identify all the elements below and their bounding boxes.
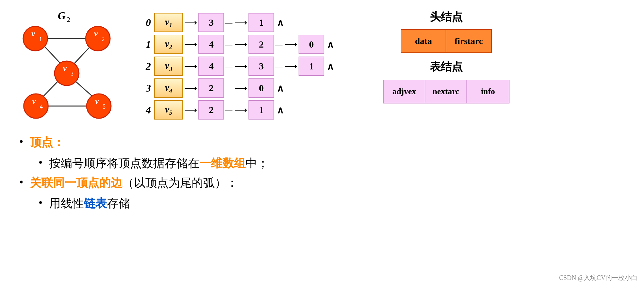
connector-0-0: —: [225, 18, 232, 27]
svg-point-13: [55, 61, 79, 85]
adj-list-section: 0 v1 ⟶ 3 — ⟶ 1 ∧ 1 v2: [141, 13, 360, 122]
svg-text:2: 2: [67, 15, 70, 23]
head-node-box: data firstarc: [401, 29, 492, 53]
head-data-cell: data: [401, 30, 446, 52]
adj-row-4: 4 v5 ⟶ 2 — ⟶ 1 ∧: [141, 100, 360, 120]
arrow-1-2: ⟶: [284, 39, 297, 50]
adj-info-cell: info: [467, 80, 509, 103]
bullet-sub-text-1a: 按编号顺序将顶点数据存储在: [49, 157, 199, 170]
node-pair-1-1: 2 —: [248, 35, 283, 54]
bullet-text-2b: （以顶点为尾的弧）：: [122, 176, 238, 189]
top-section: G 2 v 1 v 2 v: [13, 10, 631, 122]
node-val-0-1: 1: [248, 13, 274, 32]
graph-section: G 2 v 1 v 2 v: [13, 10, 122, 120]
arrow-2-2: ⟶: [284, 61, 297, 72]
adj-node-title: 表结点: [430, 59, 463, 74]
arrow-2-1: ⟶: [234, 61, 247, 72]
svg-text:3: 3: [71, 71, 74, 77]
legend-section: 头结点 data firstarc 表结点 adjvex nextarc inf…: [379, 10, 514, 103]
vertex-cell-1: v2: [154, 35, 183, 54]
bullet-sub-1: • 按编号顺序将顶点数据存储在一维数组中；: [39, 156, 631, 171]
svg-point-10: [86, 26, 110, 51]
vertex-cell-3: v4: [154, 78, 183, 98]
bullet-text-1: 顶点：: [30, 135, 65, 150]
vertex-cell-2: v3: [154, 57, 183, 76]
node-val-2-1: 3: [248, 57, 274, 76]
bullet-sub-text-1b: 中；: [246, 157, 269, 170]
adj-row-0: 0 v1 ⟶ 3 — ⟶ 1 ∧: [141, 13, 360, 32]
bullet-sub-text-2: 用线性链表存储: [49, 196, 130, 211]
svg-text:v: v: [31, 29, 35, 38]
node-pair-2-0: 4 —: [198, 57, 233, 76]
adj-index-2: 2: [141, 60, 151, 72]
node-val-2-0: 4: [198, 57, 224, 76]
node-val-4-0: 2: [198, 100, 224, 120]
connector-2-0: —: [225, 62, 232, 71]
node-pair-4-0: 2 —: [198, 100, 233, 120]
connector-1-1: —: [275, 40, 283, 49]
svg-text:1: 1: [39, 36, 42, 42]
node-val-4-1: 1: [248, 100, 274, 120]
arrow-1: ⟶: [184, 39, 197, 50]
bullet-main-1: • 顶点：: [19, 135, 631, 150]
adj-index-4: 4: [141, 104, 151, 116]
node-pair-1-2: 0: [299, 35, 326, 54]
bullet-sub-dot-1: •: [39, 156, 43, 170]
arrow-4-1: ⟶: [234, 105, 247, 115]
bullet-text-2: 关联同一顶点的边（以顶点为尾的弧）：: [30, 175, 238, 191]
node-pair-2-1: 3 —: [248, 57, 283, 76]
node-pair-4-1: 1: [248, 100, 275, 120]
node-val-1-1: 2: [248, 35, 274, 54]
bullet-sub-text-1: 按编号顺序将顶点数据存储在一维数组中；: [49, 156, 269, 171]
svg-text:2: 2: [102, 36, 105, 42]
head-firstarc-cell: firstarc: [446, 30, 491, 52]
connector-1-0: —: [225, 40, 232, 49]
connector-2-1: —: [275, 62, 283, 71]
main-container: G 2 v 1 v 2 v: [0, 0, 644, 286]
adj-row-3: 3 v4 ⟶ 2 — ⟶ 0 ∧: [141, 78, 360, 98]
node-pair-3-1: 0: [248, 78, 275, 98]
node-pair-3-0: 2 —: [198, 78, 233, 98]
bullet-sub-text-2b: 存储: [107, 197, 130, 210]
adj-index-0: 0: [141, 17, 151, 29]
arrow-4: ⟶: [184, 105, 197, 115]
node-val-3-0: 2: [198, 78, 224, 98]
arrow-2: ⟶: [184, 61, 197, 72]
head-node-title: 头结点: [430, 10, 463, 24]
connector-3-0: —: [225, 84, 232, 93]
arrow-3: ⟶: [184, 83, 197, 94]
bullet-main-2: • 关联同一顶点的边（以顶点为尾的弧）：: [19, 175, 631, 191]
null-0: ∧: [277, 17, 284, 28]
adj-row-1: 1 v2 ⟶ 4 — ⟶ 2 — ⟶ 0 ∧: [141, 35, 360, 54]
bullet-label-1: 顶点：: [30, 136, 65, 149]
node-pair-2-2: 1: [299, 57, 326, 76]
svg-point-16: [24, 94, 48, 118]
svg-point-7: [23, 26, 48, 51]
bullet-sub-dot-2: •: [39, 196, 43, 210]
vertex-cell-4: v5: [154, 100, 183, 120]
node-pair-0-0: 3 —: [198, 13, 233, 32]
bullet-dot-2: •: [19, 175, 23, 189]
adj-index-1: 1: [141, 39, 151, 50]
node-val-1-0: 4: [198, 35, 224, 54]
adj-nextarc-cell: nextarc: [425, 80, 467, 103]
svg-point-19: [87, 94, 111, 118]
adj-row-2: 2 v3 ⟶ 4 — ⟶ 3 — ⟶ 1 ∧: [141, 57, 360, 76]
watermark: CSDN @入坑CV的一枚小白: [559, 273, 638, 282]
svg-text:v: v: [94, 29, 98, 38]
svg-text:4: 4: [40, 103, 43, 110]
svg-text:v: v: [63, 64, 67, 73]
connector-4-0: —: [225, 106, 232, 114]
bullet-sub-highlight-2: 链表: [84, 197, 107, 210]
bullet-dot-1: •: [19, 135, 23, 149]
adj-node-box: adjvex nextarc info: [383, 80, 509, 103]
bullet-label-2: 关联同一顶点的边: [30, 176, 122, 189]
adj-adjvex-cell: adjvex: [384, 80, 425, 103]
bullet-sub-highlight-1: 一维数组: [199, 157, 246, 170]
adj-index-3: 3: [141, 82, 151, 94]
node-val-1-2: 0: [299, 35, 324, 54]
bullet-sub-2: • 用线性链表存储: [39, 196, 631, 211]
arrow-3-1: ⟶: [234, 83, 247, 94]
svg-text:v: v: [32, 96, 36, 106]
bullet-sub-text-2a: 用线性: [49, 197, 84, 210]
